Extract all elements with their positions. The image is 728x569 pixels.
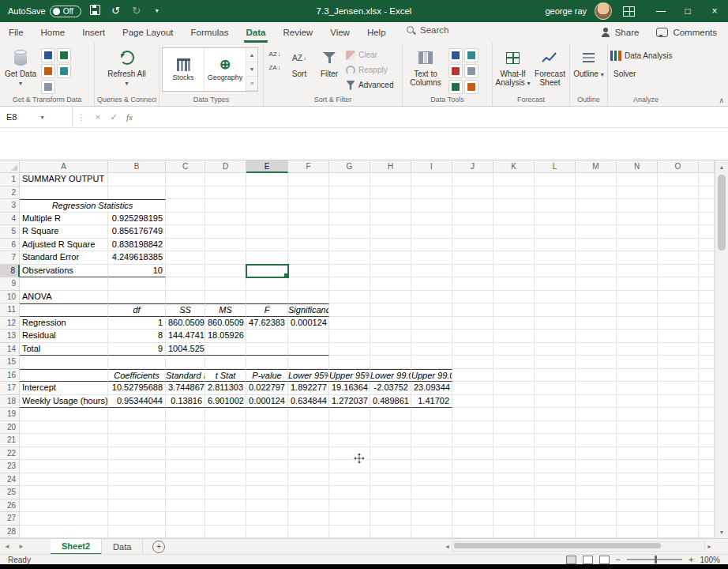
cell-K4[interactable]	[493, 213, 535, 226]
cell-L1[interactable]	[535, 173, 576, 187]
cell-L21[interactable]	[535, 434, 576, 447]
data-validation-button[interactable]	[448, 80, 463, 94]
cell-N24[interactable]	[617, 473, 658, 487]
cell-O5[interactable]	[658, 225, 699, 239]
cell-H17[interactable]: -2.03752	[370, 382, 411, 395]
solver-button[interactable]: Solver	[610, 67, 673, 81]
row-header-17[interactable]: 17	[0, 382, 20, 395]
zoom-in-button[interactable]: +	[689, 556, 693, 563]
row-header-15[interactable]: 15	[0, 356, 20, 369]
cell-N28[interactable]	[617, 526, 658, 539]
from-table-range-button[interactable]	[41, 80, 55, 94]
scroll-down-icon[interactable]: ▼	[715, 526, 728, 538]
cell-D25[interactable]	[205, 486, 246, 499]
cell-M27[interactable]	[576, 512, 617, 526]
cell-D14[interactable]	[205, 343, 246, 356]
cell-I19[interactable]	[411, 408, 452, 421]
cell-J22[interactable]	[452, 447, 493, 461]
cell-H12[interactable]	[370, 317, 411, 330]
sort-button[interactable]: AZ↓ Sort	[286, 44, 313, 78]
cell-J11[interactable]	[452, 303, 493, 317]
save-button[interactable]	[89, 5, 102, 18]
cell-O19[interactable]	[658, 408, 699, 421]
cell-M17[interactable]	[576, 382, 617, 395]
cell-E25[interactable]	[246, 486, 288, 499]
cell-N18[interactable]	[617, 395, 658, 409]
cell-K11[interactable]	[493, 303, 535, 317]
cell-F20[interactable]	[288, 421, 329, 435]
cell-L28[interactable]	[535, 526, 576, 539]
cell-L24[interactable]	[535, 473, 576, 487]
cell-A16[interactable]	[20, 369, 108, 382]
share-button[interactable]: Share	[601, 28, 640, 37]
cell-N22[interactable]	[617, 447, 658, 461]
cell-O1[interactable]	[658, 173, 699, 187]
cell-I26[interactable]	[411, 499, 452, 513]
cell-B17[interactable]: 10.52795688	[108, 382, 166, 395]
cell-N15[interactable]	[617, 356, 658, 369]
cell-G12[interactable]	[329, 317, 370, 330]
cell-M28[interactable]	[576, 526, 617, 539]
cell-I23[interactable]	[411, 460, 452, 473]
cell-C26[interactable]	[166, 499, 205, 513]
cell-G26[interactable]	[329, 499, 370, 513]
cell-D19[interactable]	[205, 408, 246, 421]
cell-O21[interactable]	[658, 434, 699, 447]
cell-H2[interactable]	[370, 187, 411, 200]
cell-M6[interactable]	[576, 239, 617, 252]
cell-C10[interactable]	[166, 291, 205, 304]
cell-J12[interactable]	[452, 317, 493, 330]
cell-M22[interactable]	[576, 447, 617, 461]
cell-E27[interactable]	[246, 512, 288, 526]
cell-D26[interactable]	[205, 499, 246, 513]
column-header-C[interactable]: C	[166, 160, 205, 173]
user-name[interactable]: george ray	[545, 6, 587, 16]
scroll-up-icon[interactable]: ▲	[715, 160, 728, 173]
row-header-18[interactable]: 18	[0, 395, 20, 409]
cell-K17[interactable]	[493, 382, 535, 395]
cell-D3[interactable]	[205, 199, 246, 213]
cell-J13[interactable]	[452, 330, 493, 343]
manage-data-model-button[interactable]	[464, 80, 478, 94]
cell-F18[interactable]: 0.634844	[288, 395, 329, 409]
search-box[interactable]: Search	[407, 25, 448, 35]
cell-N16[interactable]	[617, 369, 658, 382]
cell-L19[interactable]	[535, 408, 576, 421]
collapse-ribbon-icon[interactable]: ∧	[719, 96, 724, 104]
cell-L17[interactable]	[535, 382, 576, 395]
relationships-button[interactable]	[464, 64, 478, 78]
geography-button[interactable]: ⊕ Geography	[205, 48, 246, 91]
cell-D2[interactable]	[205, 187, 246, 200]
cell-F12[interactable]: 0.000124	[288, 317, 329, 330]
row-header-7[interactable]: 7	[0, 251, 20, 265]
cell-M2[interactable]	[576, 187, 617, 200]
minimize-button[interactable]: —	[647, 0, 674, 22]
row-header-13[interactable]: 13	[0, 330, 20, 343]
cell-D16[interactable]: t Stat	[205, 369, 246, 382]
cell-E21[interactable]	[246, 434, 288, 447]
cell-O22[interactable]	[658, 447, 699, 461]
cell-A24[interactable]	[20, 473, 108, 487]
row-header-11[interactable]: 11	[0, 303, 20, 317]
cell-E17[interactable]: 0.022797	[246, 382, 288, 395]
cell-I7[interactable]	[411, 251, 452, 265]
cell-J9[interactable]	[452, 277, 493, 291]
cell-E23[interactable]	[246, 460, 288, 473]
cell-M14[interactable]	[576, 343, 617, 356]
cell-H4[interactable]	[370, 213, 411, 226]
cell-C21[interactable]	[166, 434, 205, 447]
row-header-25[interactable]: 25	[0, 486, 20, 499]
cell-O28[interactable]	[658, 526, 699, 539]
column-header-E[interactable]: E	[246, 160, 288, 173]
get-data-button[interactable]: Get Data ▾	[2, 44, 39, 88]
cell-A20[interactable]	[20, 421, 108, 435]
cell-E4[interactable]	[246, 213, 288, 226]
cell-K19[interactable]	[493, 408, 535, 421]
cell-L22[interactable]	[535, 447, 576, 461]
cell-M9[interactable]	[576, 277, 617, 291]
tab-page-layout[interactable]: Page Layout	[114, 22, 182, 43]
cell-N10[interactable]	[617, 291, 658, 304]
normal-view-button[interactable]	[566, 556, 576, 564]
cell-C13[interactable]: 144.4741	[166, 330, 205, 343]
cell-D24[interactable]	[205, 473, 246, 487]
